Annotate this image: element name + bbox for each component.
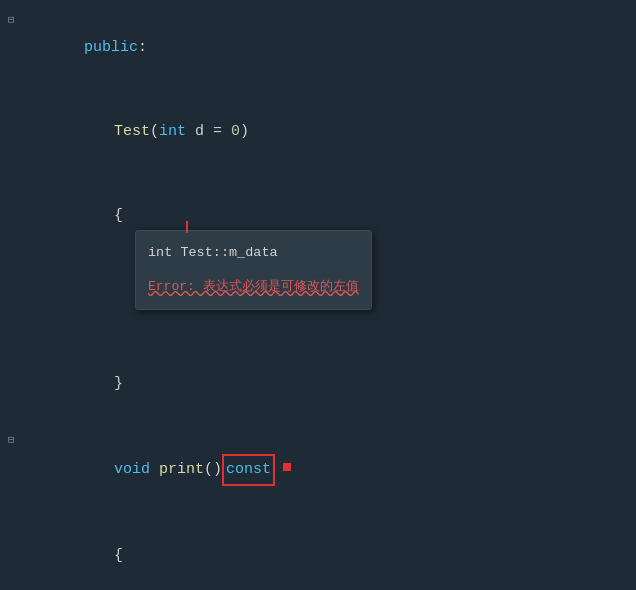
line-content-6: void print()const	[30, 426, 636, 514]
line-content-7: {	[30, 514, 636, 590]
code-line-5: }	[0, 342, 636, 426]
line-content-2: Test(int d = 0)	[30, 90, 636, 174]
line-content-1: public:	[30, 6, 636, 90]
intellisense-tooltip: int Test::m_data Error: 表达式必须是可修改的左值	[135, 230, 372, 310]
tooltip-error: Error: 表达式必须是可修改的左值	[148, 273, 359, 301]
tooltip-arrow	[186, 221, 188, 233]
const-keyword-box: const	[222, 454, 275, 486]
code-line-1: ⊟ public:	[0, 6, 636, 90]
error-indicator	[283, 463, 291, 471]
code-line-2: Test(int d = 0)	[0, 90, 636, 174]
gutter-1: ⊟	[8, 6, 30, 34]
code-line-7: {	[0, 514, 636, 590]
gutter-6: ⊟	[8, 426, 30, 454]
code-editor[interactable]: ⊟ public: Test(int d = 0) { m_data = d; …	[0, 0, 636, 590]
code-line-6: ⊟ void print()const	[0, 426, 636, 514]
line-content-5: }	[30, 342, 636, 426]
tooltip-title: int Test::m_data	[148, 239, 359, 267]
keyword-public: public	[84, 39, 138, 56]
